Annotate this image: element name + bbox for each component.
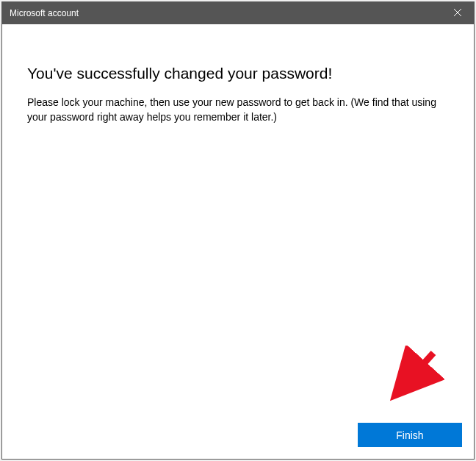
finish-button[interactable]: Finish (358, 423, 462, 447)
instruction-text: Please lock your machine, then use your … (27, 96, 449, 124)
close-icon (454, 8, 461, 18)
window-title: Microsoft account (10, 8, 441, 18)
dialog-content: You've successfully changed your passwor… (2, 24, 474, 423)
titlebar: Microsoft account (2, 2, 474, 24)
dialog-footer: Finish (2, 423, 474, 459)
close-button[interactable] (441, 2, 474, 24)
dialog-window: Microsoft account You've successfully ch… (1, 1, 475, 460)
success-heading: You've successfully changed your passwor… (27, 65, 449, 82)
